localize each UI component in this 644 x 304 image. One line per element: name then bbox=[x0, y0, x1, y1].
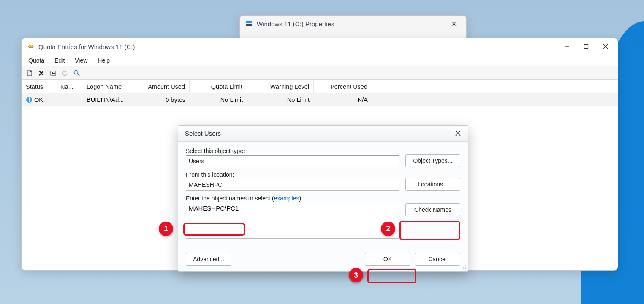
col-amount[interactable]: Amount Used bbox=[133, 80, 190, 93]
quota-table: Status Na... Logon Name Amount Used Quot… bbox=[22, 80, 618, 106]
location-label: From this location: bbox=[186, 171, 399, 178]
menu-quota[interactable]: Quota bbox=[23, 55, 49, 66]
col-limit[interactable]: Quota Limit bbox=[190, 80, 247, 93]
examples-link[interactable]: examples bbox=[274, 195, 299, 202]
col-percent[interactable]: Percent Used bbox=[314, 80, 372, 93]
svg-rect-9 bbox=[52, 72, 53, 73]
svg-rect-0 bbox=[246, 21, 249, 23]
undo-icon bbox=[61, 69, 69, 77]
check-names-button[interactable]: Check Names bbox=[405, 203, 460, 216]
svg-point-15 bbox=[465, 265, 466, 266]
svg-rect-10 bbox=[52, 73, 55, 74]
svg-point-20 bbox=[465, 268, 466, 269]
new-icon[interactable] bbox=[26, 69, 33, 77]
object-type-label: Select this object type: bbox=[186, 148, 399, 154]
svg-rect-1 bbox=[249, 21, 252, 23]
svg-point-17 bbox=[465, 267, 466, 268]
toolbar bbox=[22, 66, 618, 80]
svg-point-19 bbox=[463, 268, 464, 269]
svg-point-12 bbox=[74, 70, 78, 74]
properties-window: Windows 11 (C:) Properties bbox=[239, 15, 467, 41]
maximize-button[interactable] bbox=[576, 40, 596, 53]
advanced-button[interactable]: Advanced... bbox=[186, 253, 231, 266]
minimize-button[interactable] bbox=[557, 40, 576, 53]
dialog-titlebar[interactable]: Select Users bbox=[178, 126, 468, 142]
svg-point-16 bbox=[463, 267, 464, 268]
annotation-badge-3: 3 bbox=[349, 268, 363, 282]
cell-warning: No Limit bbox=[247, 93, 314, 106]
svg-rect-6 bbox=[584, 45, 588, 49]
menu-help[interactable]: Help bbox=[92, 55, 115, 66]
dialog-close-button[interactable] bbox=[452, 129, 464, 139]
cell-limit: No Limit bbox=[190, 93, 247, 106]
delete-icon[interactable] bbox=[38, 69, 45, 77]
select-users-dialog: Select Users Select this object type: Ob… bbox=[178, 125, 468, 272]
quota-icon bbox=[27, 44, 34, 49]
location-field bbox=[186, 179, 399, 191]
object-names-input[interactable]: MAHESHPC\PC1 bbox=[186, 203, 399, 239]
table-header: Status Na... Logon Name Amount Used Quot… bbox=[22, 80, 618, 93]
drive-icon bbox=[246, 21, 253, 27]
find-icon[interactable] bbox=[73, 69, 81, 77]
menu-view[interactable]: View bbox=[70, 55, 92, 66]
status-ok-icon bbox=[26, 96, 33, 103]
object-type-field bbox=[186, 155, 399, 167]
col-name[interactable]: Na... bbox=[56, 80, 82, 93]
object-names-label: Enter the object names to select (exampl… bbox=[186, 195, 399, 202]
locations-button[interactable]: Locations... bbox=[405, 178, 460, 191]
ok-button[interactable]: OK bbox=[365, 253, 410, 266]
names-label-suffix: ): bbox=[299, 195, 303, 202]
names-label-prefix: Enter the object names to select ( bbox=[186, 195, 274, 202]
object-types-button[interactable]: Object Types... bbox=[405, 154, 460, 167]
cell-percent: N/A bbox=[314, 93, 372, 106]
close-button[interactable] bbox=[596, 40, 615, 53]
table-row[interactable]: OK BUILTIN\Ad... 0 bytes No Limit No Lim… bbox=[22, 93, 618, 106]
properties-icon[interactable] bbox=[49, 69, 57, 77]
col-logon[interactable]: Logon Name bbox=[82, 80, 133, 93]
svg-rect-11 bbox=[52, 74, 55, 74]
svg-line-13 bbox=[78, 74, 80, 76]
properties-titlebar[interactable]: Windows 11 (C:) Properties bbox=[240, 16, 466, 32]
cell-logon: BUILTIN\Ad... bbox=[82, 93, 133, 106]
annotation-badge-1: 1 bbox=[159, 222, 173, 236]
annotation-badge-2: 2 bbox=[381, 222, 395, 236]
col-status[interactable]: Status bbox=[22, 80, 56, 93]
cell-status-text: OK bbox=[34, 96, 43, 103]
col-warning[interactable]: Warning Level bbox=[247, 80, 314, 93]
cell-amount: 0 bytes bbox=[133, 93, 190, 106]
menu-edit[interactable]: Edit bbox=[49, 55, 70, 66]
quota-titlebar[interactable]: Quota Entries for Windows 11 (C:) bbox=[22, 38, 618, 55]
svg-rect-2 bbox=[246, 24, 252, 26]
resize-grip-icon[interactable] bbox=[460, 264, 466, 270]
menu-bar: Quota Edit View Help bbox=[22, 55, 618, 66]
cell-name bbox=[56, 93, 82, 106]
quota-title: Quota Entries for Windows 11 (C:) bbox=[38, 43, 557, 50]
svg-point-4 bbox=[29, 45, 33, 47]
properties-close-button[interactable] bbox=[444, 17, 464, 30]
cell-status: OK bbox=[22, 93, 56, 106]
dialog-title: Select Users bbox=[185, 130, 452, 137]
cancel-button[interactable]: Cancel bbox=[415, 253, 460, 266]
svg-point-18 bbox=[462, 268, 462, 269]
properties-title: Windows 11 (C:) Properties bbox=[257, 20, 444, 27]
